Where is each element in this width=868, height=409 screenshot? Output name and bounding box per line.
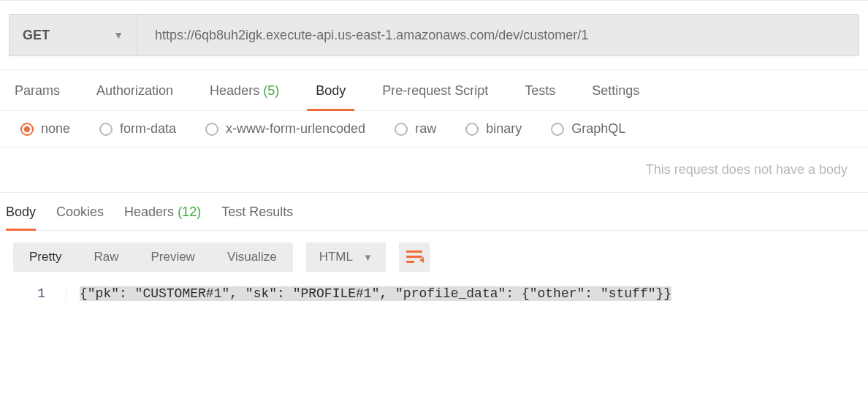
wrap-lines-button[interactable] <box>399 242 430 272</box>
radio-binary[interactable]: binary <box>465 121 522 137</box>
radio-dot-icon <box>465 123 479 136</box>
response-format-value: HTML <box>319 250 353 264</box>
tab-tests[interactable]: Tests <box>525 70 555 110</box>
view-mode-group: Pretty Raw Preview Visualize <box>13 242 293 272</box>
response-body-content[interactable]: {"pk": "CUSTOMER#1", "sk": "PROFILE#1", … <box>66 286 868 301</box>
response-body-text: {"pk": "CUSTOMER#1", "sk": "PROFILE#1", … <box>80 286 671 301</box>
response-viewer-toolbar: Pretty Raw Preview Visualize HTML ▼ <box>0 231 868 283</box>
url-bar: GET ▼ <box>9 14 859 56</box>
radio-none-label: none <box>41 121 70 137</box>
request-tabs: Params Authorization Headers (5) Body Pr… <box>0 69 868 111</box>
url-input[interactable] <box>137 15 859 56</box>
radio-none[interactable]: none <box>20 121 70 137</box>
tab-authorization[interactable]: Authorization <box>96 70 173 110</box>
http-method-value: GET <box>23 28 50 43</box>
tab-params[interactable]: Params <box>15 70 60 110</box>
body-type-radios: none form-data x-www-form-urlencoded raw… <box>0 111 868 148</box>
resp-tab-test-results[interactable]: Test Results <box>221 193 293 230</box>
response-format-select[interactable]: HTML ▼ <box>306 242 386 272</box>
radio-dot-icon <box>20 123 34 136</box>
line-number-gutter: 1 <box>0 286 66 301</box>
radio-raw-label: raw <box>415 121 436 137</box>
response-tabs: Body Cookies Headers (12) Test Results <box>0 193 868 231</box>
http-method-select[interactable]: GET ▼ <box>9 15 137 56</box>
radio-form-data[interactable]: form-data <box>99 121 176 137</box>
view-visualize-button[interactable]: Visualize <box>211 242 293 272</box>
radio-form-data-label: form-data <box>120 121 176 137</box>
resp-tab-body[interactable]: Body <box>6 193 36 230</box>
tab-prerequest[interactable]: Pre-request Script <box>382 70 488 110</box>
wrap-icon <box>406 251 422 264</box>
tab-headers-label: Headers <box>210 83 259 98</box>
radio-urlencoded[interactable]: x-www-form-urlencoded <box>205 121 365 137</box>
view-preview-button[interactable]: Preview <box>134 242 210 272</box>
view-raw-button[interactable]: Raw <box>77 242 134 272</box>
response-body-viewer: 1 {"pk": "CUSTOMER#1", "sk": "PROFILE#1"… <box>0 283 868 316</box>
resp-tab-headers-label: Headers <box>124 204 174 219</box>
resp-tab-headers[interactable]: Headers (12) <box>124 193 201 230</box>
radio-binary-label: binary <box>486 121 522 137</box>
radio-dot-icon <box>395 123 408 136</box>
chevron-down-icon: ▼ <box>113 29 123 41</box>
request-url-row: GET ▼ <box>0 1 868 69</box>
resp-headers-count-badge: (12) <box>178 204 201 219</box>
line-number: 1 <box>37 286 45 301</box>
view-pretty-button[interactable]: Pretty <box>13 242 77 272</box>
tab-settings[interactable]: Settings <box>592 70 639 110</box>
headers-count-badge: (5) <box>263 83 279 98</box>
radio-dot-icon <box>205 123 218 136</box>
resp-tab-cookies[interactable]: Cookies <box>56 193 104 230</box>
radio-dot-icon <box>99 123 113 136</box>
tab-body[interactable]: Body <box>316 70 346 110</box>
radio-graphql[interactable]: GraphQL <box>551 121 625 137</box>
no-body-notice: This request does not have a body <box>0 148 868 193</box>
tab-headers[interactable]: Headers (5) <box>210 70 279 110</box>
radio-raw[interactable]: raw <box>395 121 436 137</box>
radio-urlencoded-label: x-www-form-urlencoded <box>226 121 365 137</box>
radio-dot-icon <box>551 123 564 136</box>
chevron-down-icon: ▼ <box>363 252 373 263</box>
radio-graphql-label: GraphQL <box>571 121 625 137</box>
